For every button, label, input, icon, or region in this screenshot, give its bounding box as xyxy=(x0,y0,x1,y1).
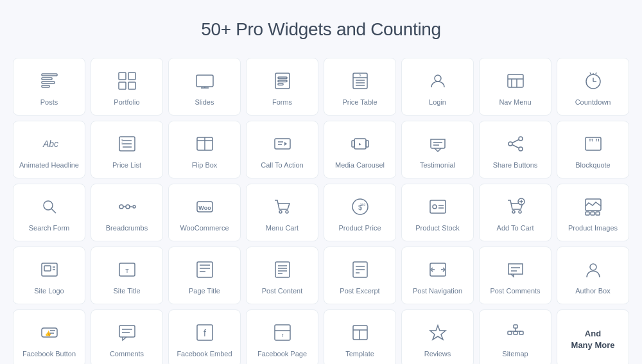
reviews-icon xyxy=(426,321,449,344)
svg-rect-7 xyxy=(128,82,135,89)
svg-rect-113 xyxy=(119,325,135,337)
svg-rect-1 xyxy=(42,78,52,80)
widget-card-price-table[interactable]: $Price Table xyxy=(324,58,396,116)
widget-label-add-to-cart: Add To Cart xyxy=(497,223,534,232)
widget-card-site-title[interactable]: TSite Title xyxy=(91,247,163,304)
widget-label-search-form: Search Form xyxy=(29,223,70,232)
widget-card-facebook-page[interactable]: fFacebook Page xyxy=(246,309,318,364)
svg-text:Woo: Woo xyxy=(198,205,211,211)
widget-card-share-buttons[interactable]: Share Buttons xyxy=(479,121,551,178)
widget-card-product-price[interactable]: $360Product Price xyxy=(324,184,396,241)
svg-line-60 xyxy=(51,209,56,213)
breadcrumbs-icon xyxy=(116,195,139,218)
widget-label-sitemap: Sitemap xyxy=(502,349,528,358)
widget-card-reviews[interactable]: Reviews xyxy=(401,309,474,364)
testimonial-icon xyxy=(426,132,449,155)
widget-label-media-carousel: Media Carousel xyxy=(335,160,385,169)
widget-card-animated-headline[interactable]: AbcAnimated Headline xyxy=(13,121,85,178)
posts-icon xyxy=(38,69,61,92)
widget-label-post-excerpt: Post Excerpt xyxy=(340,286,379,295)
svg-point-21 xyxy=(435,75,441,82)
widget-card-add-to-cart[interactable]: Add To Cart xyxy=(479,184,551,241)
svg-point-78 xyxy=(519,211,521,213)
widget-card-template[interactable]: Template xyxy=(324,309,396,364)
widget-card-flip-box[interactable]: Flip Box xyxy=(168,121,241,178)
svg-point-59 xyxy=(44,201,53,210)
widget-label-site-logo: Site Logo xyxy=(34,286,64,295)
widget-card-author-box[interactable]: Author Box xyxy=(557,247,629,304)
widget-card-nav-menu[interactable]: Nav Menu xyxy=(479,58,551,116)
widget-label-page-title: Page Title xyxy=(189,286,220,295)
widget-card-post-excerpt[interactable]: Post Excerpt xyxy=(324,247,396,304)
widget-label-product-images: Product Images xyxy=(568,223,618,232)
svg-text:Abc: Abc xyxy=(42,139,58,149)
widget-card-slides[interactable]: Slides xyxy=(168,58,241,116)
widget-card-woocommerce[interactable]: WooWooCommerce xyxy=(168,184,241,241)
svg-marker-124 xyxy=(430,325,446,340)
product-stock-icon xyxy=(426,195,449,218)
widget-label-flip-box: Flip Box xyxy=(192,160,218,169)
svg-rect-96 xyxy=(275,262,290,277)
widget-card-posts[interactable]: Posts xyxy=(13,58,85,116)
site-title-icon: T xyxy=(116,258,139,281)
widget-card-post-comments[interactable]: Post Comments xyxy=(479,247,551,304)
widget-card-post-navigation[interactable]: Post Navigation xyxy=(401,247,474,304)
widget-label-post-comments: Post Comments xyxy=(490,286,540,295)
widget-card-login[interactable]: Login xyxy=(401,58,474,116)
svg-point-63 xyxy=(126,205,130,209)
widget-card-search-form[interactable]: Search Form xyxy=(13,184,85,241)
widget-card-portfolio[interactable]: Portfolio xyxy=(91,58,163,116)
widget-card-many-more[interactable]: AndMany More xyxy=(557,309,629,364)
widget-label-woocommerce: WooCommerce xyxy=(180,223,229,232)
widget-card-call-to-action[interactable]: Call To Action xyxy=(246,121,318,178)
widget-card-page-title[interactable]: Page Title xyxy=(168,247,241,304)
svg-rect-92 xyxy=(197,262,213,277)
widget-card-countdown[interactable]: Countdown xyxy=(557,58,629,116)
widget-card-facebook-button[interactable]: 👍Facebook Button xyxy=(13,309,85,364)
widget-card-forms[interactable]: Forms xyxy=(246,58,318,116)
page-container: 50+ Pro Widgets and Counting PostsPortfo… xyxy=(0,0,642,364)
widget-card-post-content[interactable]: Post Content xyxy=(246,247,318,304)
site-logo-icon xyxy=(38,258,61,281)
svg-point-74 xyxy=(433,205,437,209)
widget-label-breadcrumbs: Breadcrumbs xyxy=(106,223,148,232)
sitemap-icon xyxy=(504,321,527,344)
svg-rect-47 xyxy=(366,141,369,147)
widget-label-price-list: Price List xyxy=(112,160,141,169)
widget-label-call-to-action: Call To Action xyxy=(261,160,303,169)
template-icon xyxy=(349,321,372,344)
widget-card-product-images[interactable]: Product Images xyxy=(557,184,629,241)
widget-card-menu-cart[interactable]: Menu Cart xyxy=(246,184,318,241)
widget-card-blockquote[interactable]: ""Blockquote xyxy=(557,121,629,178)
product-price-icon: $360 xyxy=(349,195,372,218)
widget-label-nav-menu: Nav Menu xyxy=(499,98,531,107)
widget-label-product-stock: Product Stock xyxy=(415,223,459,232)
price-table-icon: $ xyxy=(349,69,372,92)
price-list-icon: $$ xyxy=(116,132,139,155)
svg-text:360: 360 xyxy=(360,203,365,207)
widget-card-breadcrumbs[interactable]: Breadcrumbs xyxy=(91,184,163,241)
widget-card-site-logo[interactable]: Site Logo xyxy=(13,247,85,304)
media-carousel-icon: ▶ xyxy=(349,132,372,155)
widget-card-comments[interactable]: Comments xyxy=(91,309,163,364)
widget-card-product-stock[interactable]: Product Stock xyxy=(401,184,474,241)
svg-line-55 xyxy=(512,144,519,148)
blockquote-icon: "" xyxy=(582,132,605,155)
svg-rect-42 xyxy=(275,139,290,149)
author-box-icon xyxy=(582,258,605,281)
widget-card-facebook-embed[interactable]: fFacebook Embed xyxy=(168,309,241,364)
facebook-page-icon: f xyxy=(271,321,294,344)
widget-card-price-list[interactable]: $$Price List xyxy=(91,121,163,178)
widget-label-posts: Posts xyxy=(40,98,58,107)
svg-rect-6 xyxy=(119,82,126,89)
widget-card-testimonial[interactable]: Testimonial xyxy=(401,121,474,178)
widget-label-share-buttons: Share Buttons xyxy=(493,160,538,169)
svg-point-69 xyxy=(286,211,288,213)
portfolio-icon xyxy=(116,69,139,92)
svg-rect-5 xyxy=(128,73,135,80)
nav-menu-icon xyxy=(504,69,527,92)
share-buttons-icon xyxy=(504,132,527,155)
widget-card-media-carousel[interactable]: ▶Media Carousel xyxy=(324,121,396,178)
widget-label-comments: Comments xyxy=(110,349,144,358)
widget-card-sitemap[interactable]: Sitemap xyxy=(479,309,551,364)
